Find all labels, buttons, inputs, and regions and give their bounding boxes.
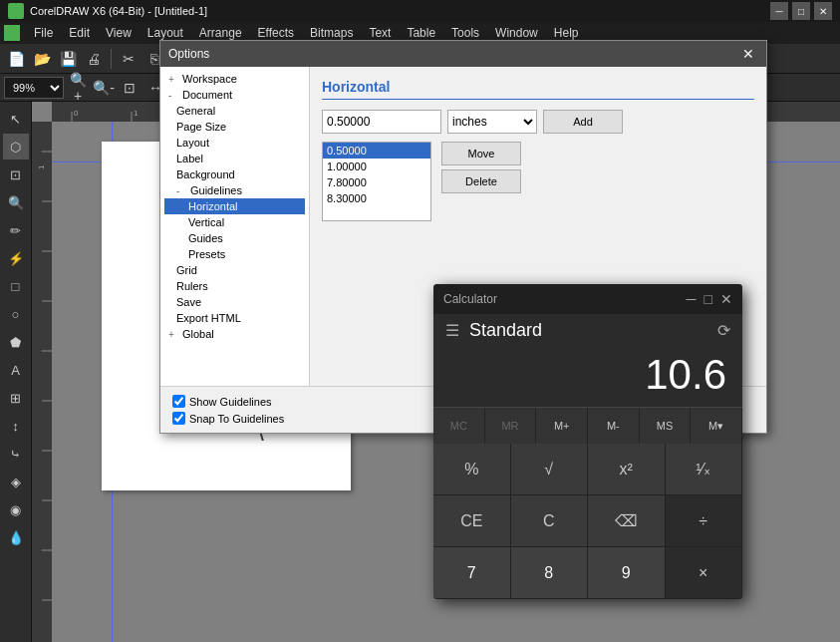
guides-label: Guides	[188, 232, 223, 244]
calc-square-button[interactable]: x²	[588, 444, 666, 495]
add-button[interactable]: Add	[543, 110, 623, 134]
show-guidelines-checkbox[interactable]	[172, 395, 185, 408]
calc-divide-button[interactable]: ÷	[666, 495, 743, 547]
maximize-button[interactable]: □	[792, 2, 810, 20]
show-guidelines-label: Show Guidelines	[189, 396, 272, 408]
calc-ms-button[interactable]: MS	[640, 408, 692, 444]
calc-9-button[interactable]: 9	[588, 547, 666, 599]
print-button[interactable]: 🖨	[82, 47, 106, 71]
save-button[interactable]: 💾	[56, 47, 80, 71]
tree-horizontal[interactable]: Horizontal	[164, 198, 305, 214]
menu-view[interactable]: View	[98, 24, 140, 42]
calc-history-icon[interactable]: ⟳	[717, 321, 730, 340]
calc-7-button[interactable]: 7	[433, 547, 511, 599]
calc-menu-icon[interactable]: ☰	[445, 321, 459, 340]
zoom-out-button[interactable]: 🔍-	[92, 76, 116, 100]
tree-guidelines[interactable]: - Guidelines	[164, 182, 305, 198]
tree-save[interactable]: Save	[164, 294, 305, 310]
tree-background[interactable]: Background	[164, 166, 305, 182]
dimension-tool[interactable]: ↕	[3, 413, 29, 439]
calc-mstore-button[interactable]: M▾	[691, 408, 742, 444]
dialog-title-text: Options	[168, 47, 738, 61]
calc-memory-row: MC MR M+ M- MS M▾	[433, 407, 742, 444]
zoom-tool[interactable]: 🔍	[3, 189, 29, 215]
tree-rulers[interactable]: Rulers	[164, 278, 305, 294]
curve-tool[interactable]: ✏	[3, 217, 29, 243]
window-title: CorelDRAW X6 (64-Bit) - [Untitled-1]	[30, 5, 207, 17]
zoom-in-button[interactable]: 🔍+	[66, 76, 90, 100]
calc-maximize-button[interactable]: □	[704, 291, 712, 307]
calc-8-button[interactable]: 8	[511, 547, 589, 599]
fill-tool[interactable]: ◈	[3, 469, 29, 494]
crop-tool[interactable]: ⊡	[3, 161, 29, 187]
calc-c-button[interactable]: C	[511, 495, 589, 547]
tree-exporthtml[interactable]: Export HTML	[164, 310, 305, 326]
list-item-3[interactable]: 7.80000	[323, 174, 430, 190]
list-item-2[interactable]: 1.00000	[323, 159, 430, 174]
calc-minimize-button[interactable]: ─	[687, 291, 697, 307]
list-item-4[interactable]: 8.30000	[323, 190, 430, 206]
menu-file[interactable]: File	[26, 24, 61, 42]
dialog-close-button[interactable]: ✕	[738, 46, 758, 62]
app-logo	[4, 25, 20, 41]
guideline-value-input[interactable]	[322, 110, 441, 134]
zoom-select2[interactable]: 99%	[4, 77, 64, 99]
snap-guidelines-checkbox[interactable]	[172, 412, 185, 425]
calc-display-value: 10.6	[449, 351, 726, 399]
close-button[interactable]: ✕	[814, 2, 832, 20]
menu-edit[interactable]: Edit	[61, 24, 98, 42]
calc-percent-button[interactable]: %	[433, 444, 511, 495]
table-tool[interactable]: ⊞	[3, 385, 29, 411]
tree-presets[interactable]: Presets	[164, 246, 305, 262]
smart-tool[interactable]: ⚡	[3, 245, 29, 271]
text-tool[interactable]: A	[3, 357, 29, 383]
guideline-list[interactable]: 0.50000 1.00000 7.80000 8.30000	[322, 142, 431, 221]
tree-document[interactable]: - Document	[164, 87, 305, 103]
tree-workspace[interactable]: + Workspace	[164, 71, 305, 87]
cut-button[interactable]: ✂	[117, 47, 140, 71]
tree-global[interactable]: + Global	[164, 326, 305, 342]
vertical-label: Vertical	[188, 216, 224, 228]
calc-reciprocal-button[interactable]: ¹∕ₓ	[666, 444, 743, 495]
select-tool[interactable]: ↖	[3, 106, 29, 132]
input-row: inches mm cm pixels Add	[322, 110, 754, 134]
calc-ce-button[interactable]: CE	[433, 495, 511, 547]
new-button[interactable]: 📄	[4, 47, 28, 71]
calc-backspace-button[interactable]: ⌫	[588, 495, 666, 547]
section-title: Horizontal	[322, 79, 754, 100]
calc-mr-button[interactable]: MR	[485, 408, 537, 444]
dialog-title-bar: Options ✕	[160, 41, 766, 67]
delete-button[interactable]: Delete	[441, 169, 521, 193]
list-item-1[interactable]: 0.50000	[323, 143, 430, 159]
shape-tool[interactable]: ⬡	[3, 134, 29, 160]
calc-mc-button[interactable]: MC	[433, 408, 485, 444]
tree-pagesize[interactable]: Page Size	[164, 119, 305, 135]
calc-multiply-button[interactable]: ×	[666, 547, 743, 599]
calculator: Calculator ─ □ ✕ ☰ Standard ⟳ 10.6 MC MR…	[433, 284, 742, 599]
tree-guides[interactable]: Guides	[164, 230, 305, 246]
tree-vertical[interactable]: Vertical	[164, 214, 305, 230]
move-button[interactable]: Move	[441, 142, 521, 165]
svg-text:0: 0	[74, 109, 79, 118]
calc-mminus-button[interactable]: M-	[588, 408, 640, 444]
interactive-tool[interactable]: ◉	[3, 496, 29, 522]
open-button[interactable]: 📂	[30, 47, 54, 71]
tree-general[interactable]: General	[164, 103, 305, 119]
dropper-tool[interactable]: 💧	[3, 524, 29, 550]
zoom-page-button[interactable]: ⊡	[118, 76, 141, 100]
tree-layout[interactable]: Layout	[164, 135, 305, 151]
tree-label[interactable]: Label	[164, 151, 305, 166]
options-tree: + Workspace - Document General Page Size…	[160, 67, 310, 386]
minimize-button[interactable]: ─	[770, 2, 788, 20]
rect-tool[interactable]: □	[3, 273, 29, 299]
calc-sqrt-button[interactable]: √	[511, 444, 589, 495]
unit-select[interactable]: inches mm cm pixels	[447, 110, 537, 134]
connector-tool[interactable]: ⤷	[3, 441, 29, 467]
content-main: 0.50000 1.00000 7.80000 8.30000 Move Del…	[322, 142, 754, 229]
tree-grid[interactable]: Grid	[164, 262, 305, 278]
polygon-tool[interactable]: ⬟	[3, 329, 29, 355]
ellipse-tool[interactable]: ○	[3, 301, 29, 327]
calc-close-button[interactable]: ✕	[720, 291, 732, 307]
calc-mplus-button[interactable]: M+	[536, 408, 588, 444]
ruler-vertical: 1	[32, 122, 52, 642]
